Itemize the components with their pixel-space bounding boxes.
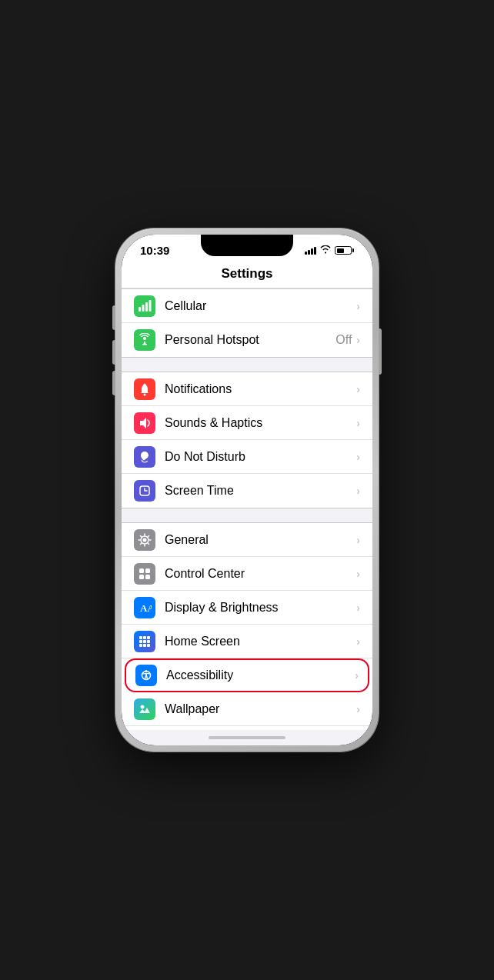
svg-rect-14 <box>145 575 150 579</box>
personal-hotspot-value: Off <box>335 333 352 347</box>
personal-hotspot-row[interactable]: Personal Hotspot Off › <box>122 323 372 357</box>
phone-frame: 10:39 <box>115 228 379 752</box>
svg-rect-17 <box>143 636 146 639</box>
connectivity-group: Cellular › Pe <box>122 288 372 358</box>
notifications-group: Notifications › Sounds & Haptics › <box>122 372 372 508</box>
svg-rect-2 <box>145 302 148 312</box>
accessibility-label: Accessibility <box>166 668 355 682</box>
svg-rect-20 <box>143 640 146 643</box>
sounds-icon <box>134 412 155 434</box>
notifications-row[interactable]: Notifications › <box>122 372 372 406</box>
notch <box>201 235 293 256</box>
general-row[interactable]: General › <box>122 523 372 557</box>
accessibility-row[interactable]: Accessibility › <box>125 658 369 692</box>
svg-rect-22 <box>139 644 142 647</box>
svg-point-4 <box>143 337 146 340</box>
sounds-chevron: › <box>356 417 360 429</box>
signal-bars-icon <box>305 247 316 255</box>
sounds-label: Sounds & Haptics <box>165 416 356 430</box>
dnd-row[interactable]: Do Not Disturb › <box>122 440 372 474</box>
home-screen-label: Home Screen <box>165 635 356 648</box>
page-title: Settings <box>221 266 272 281</box>
accessibility-chevron: › <box>355 669 359 682</box>
svg-rect-1 <box>142 305 145 312</box>
screen-time-icon <box>134 480 155 502</box>
svg-rect-5 <box>142 344 147 345</box>
wifi-icon <box>320 245 331 256</box>
general-group: General › Control Center <box>122 522 372 730</box>
hotspot-icon <box>134 329 155 351</box>
svg-text:AA: AA <box>140 602 152 614</box>
screen-time-label: Screen Time <box>165 484 356 498</box>
phone-inner: 10:39 <box>122 235 372 745</box>
personal-hotspot-label: Personal Hotspot <box>165 333 335 347</box>
general-chevron: › <box>356 534 360 546</box>
svg-rect-23 <box>143 644 146 647</box>
scroll-content[interactable]: Cellular › Pe <box>122 288 372 730</box>
svg-line-28 <box>146 674 148 679</box>
display-brightness-label: Display & Brightness <box>165 601 356 615</box>
dnd-chevron: › <box>356 451 360 463</box>
svg-rect-11 <box>139 568 144 573</box>
control-center-icon <box>134 563 155 585</box>
home-indicator <box>122 730 372 745</box>
status-time: 10:39 <box>140 244 169 257</box>
gap-1 <box>122 358 372 372</box>
wallpaper-row[interactable]: Wallpaper › <box>122 692 372 726</box>
status-icons <box>305 245 354 256</box>
cellular-label: Cellular <box>165 299 356 313</box>
sounds-row[interactable]: Sounds & Haptics › <box>122 406 372 440</box>
battery-icon <box>335 246 354 255</box>
cellular-icon <box>134 295 155 317</box>
home-bar <box>209 736 285 739</box>
svg-rect-19 <box>139 640 142 643</box>
dnd-label: Do Not Disturb <box>165 450 356 464</box>
display-brightness-chevron: › <box>356 602 360 614</box>
svg-point-6 <box>144 393 146 395</box>
cellular-row[interactable]: Cellular › <box>122 289 372 323</box>
control-center-row[interactable]: Control Center › <box>122 557 372 591</box>
svg-rect-16 <box>139 636 142 639</box>
svg-rect-3 <box>149 300 152 312</box>
svg-rect-13 <box>139 575 144 579</box>
screen: 10:39 <box>122 235 372 745</box>
control-center-chevron: › <box>356 568 360 580</box>
gap-2 <box>122 508 372 522</box>
home-screen-chevron: › <box>356 635 360 648</box>
home-screen-row[interactable]: Home Screen › <box>122 625 372 658</box>
control-center-label: Control Center <box>165 567 356 581</box>
status-bar: 10:39 <box>122 235 372 260</box>
svg-rect-24 <box>147 644 150 647</box>
notifications-label: Notifications <box>165 382 356 396</box>
wallpaper-icon <box>134 698 155 720</box>
display-brightness-icon: AA <box>134 597 155 618</box>
svg-point-29 <box>141 705 145 708</box>
svg-rect-18 <box>147 636 150 639</box>
accessibility-icon <box>135 665 157 686</box>
svg-point-9 <box>143 538 147 542</box>
screen-time-chevron: › <box>356 485 360 497</box>
personal-hotspot-chevron: › <box>356 334 360 346</box>
svg-rect-12 <box>145 568 150 573</box>
notifications-chevron: › <box>356 383 360 395</box>
display-brightness-row[interactable]: AA Display & Brightness › <box>122 591 372 625</box>
cellular-chevron: › <box>356 300 360 312</box>
wallpaper-label: Wallpaper <box>165 702 356 716</box>
general-label: General <box>165 533 356 547</box>
nav-bar: Settings <box>122 260 372 288</box>
svg-marker-7 <box>140 418 146 428</box>
dnd-icon <box>134 446 155 468</box>
siri-search-row[interactable]: Siri & Search › <box>122 726 372 730</box>
svg-rect-0 <box>139 307 141 312</box>
home-screen-icon <box>134 631 155 652</box>
general-icon <box>134 529 155 551</box>
screen-time-row[interactable]: Screen Time › <box>122 474 372 508</box>
svg-rect-21 <box>147 640 150 643</box>
wallpaper-chevron: › <box>356 703 360 715</box>
notifications-icon <box>134 378 155 400</box>
